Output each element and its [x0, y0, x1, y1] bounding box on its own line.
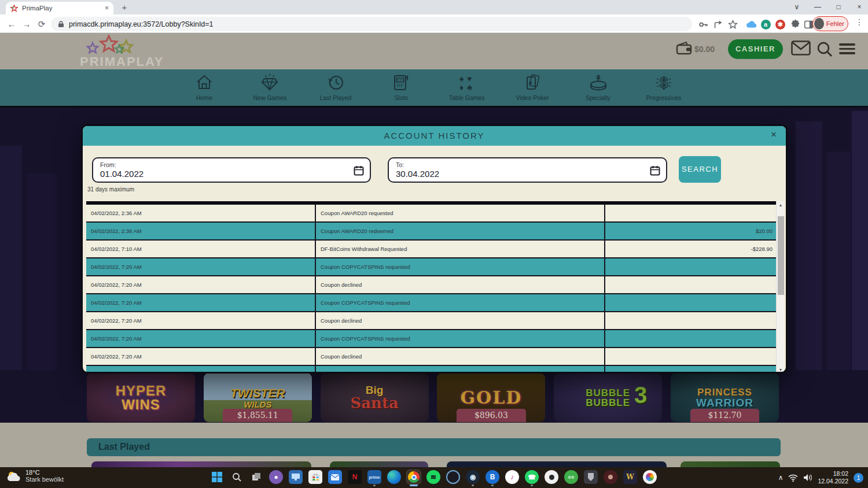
amazon-extension-icon[interactable]: a	[759, 17, 773, 31]
camera-ring-app-icon[interactable]	[545, 470, 558, 484]
wow-icon[interactable]: W	[623, 470, 637, 484]
music-app-icon[interactable]: ♪	[505, 470, 519, 484]
taskbar-search-icon[interactable]	[230, 470, 244, 484]
monitor-app-icon[interactable]	[289, 470, 303, 484]
date-to-field[interactable]: To: 30.04.2022	[388, 157, 667, 183]
password-key-icon[interactable]	[696, 17, 710, 31]
building-silhouette	[0, 146, 22, 370]
bookmark-star-icon[interactable]	[726, 17, 740, 31]
table-scrollbar[interactable]: ▲ ▼	[776, 201, 784, 372]
share-icon[interactable]	[711, 17, 725, 31]
window-dropdown-icon[interactable]: ∨	[788, 1, 806, 13]
table-row: 04/02/2022, 7:20 AMCoupon COPYCATSPINS r…	[86, 294, 778, 312]
speaker-icon[interactable]	[803, 474, 812, 482]
game-tile-gold[interactable]: GOLD $896.03	[437, 373, 545, 422]
nav-item-home[interactable]: Home	[176, 73, 232, 101]
url-bar[interactable]: primacdk.primaplay.eu:3572/Lobby?SkinId=…	[51, 17, 692, 31]
back-icon[interactable]: ←	[5, 17, 19, 31]
last-played-section-header: Last Played	[87, 438, 781, 456]
tile-title: WARRIOR	[696, 397, 753, 408]
weather-cloud-icon	[6, 469, 21, 482]
nav-label: New Games	[253, 94, 287, 101]
search-button[interactable]: SEARCH	[679, 156, 721, 183]
cashier-button[interactable]: CASHIER	[728, 39, 783, 59]
window-minimize-button[interactable]: —	[809, 1, 826, 13]
game-tile-partial[interactable]	[330, 461, 428, 467]
battle-net-icon[interactable]: B	[486, 470, 499, 484]
browser-tab[interactable]: PrimaPlay ×	[6, 2, 113, 14]
netflix-icon[interactable]: N	[348, 470, 362, 484]
adblock-extension-icon[interactable]: ✱	[773, 17, 787, 31]
game-tile-bubble-bubble-3[interactable]: BUBBLE BUBBLE 3	[554, 373, 662, 422]
mail-app-icon[interactable]	[328, 470, 342, 484]
puzzle-extensions-icon[interactable]	[788, 17, 802, 31]
nav-item-progressives[interactable]: $ Progressives	[636, 73, 692, 101]
whatsapp-icon[interactable]: ☎	[525, 470, 539, 484]
game-tile-partial[interactable]	[91, 461, 311, 467]
browser-menu-icon[interactable]: ⋮	[855, 17, 863, 27]
tile-title: HYPER	[116, 384, 167, 398]
nav-item-specialty[interactable]: Specialty	[571, 73, 626, 101]
nav-item-new-games[interactable]: New Games	[242, 73, 297, 101]
modal-close-icon[interactable]: ×	[771, 129, 777, 141]
game-tile-twister-wilds[interactable]: TWISTER WILDS $1,855.11	[204, 373, 312, 422]
menu-hamburger-icon[interactable]	[839, 41, 855, 57]
prime-video-icon[interactable]: prime	[367, 470, 381, 484]
url-text: primacdk.primaplay.eu:3572/Lobby?SkinId=…	[69, 20, 214, 28]
game-tile-big-santa[interactable]: Big Santa	[321, 373, 429, 422]
max-days-note: 31 days maximum	[87, 186, 134, 193]
scrollbar-thumb[interactable]	[778, 216, 784, 295]
spotify-icon[interactable]: ≋	[426, 470, 440, 484]
mail-icon[interactable]	[791, 40, 811, 58]
date-from-field[interactable]: From: 01.04.2022	[92, 157, 371, 183]
game-tile-partial[interactable]	[447, 461, 667, 467]
scroll-up-icon[interactable]: ▲	[777, 201, 785, 209]
tab-close-icon[interactable]: ×	[105, 4, 109, 12]
paint-app-icon[interactable]	[643, 470, 657, 484]
game-tile-princess-warrior[interactable]: PRINCESS WARRIOR $112.70	[671, 373, 779, 422]
forward-icon[interactable]: →	[20, 17, 34, 31]
broadcast-app-icon[interactable]: ((•))	[564, 470, 578, 484]
nav-item-slots[interactable]: 7,7,7 Slots	[373, 73, 429, 101]
svg-text:♥: ♥	[529, 80, 532, 86]
edge-icon[interactable]	[387, 470, 401, 484]
window-close-button[interactable]: ×	[851, 1, 868, 13]
browser-profile-chip[interactable]: Fehler	[812, 16, 848, 31]
clock-date: 12.04.2022	[818, 478, 848, 485]
calendar-icon[interactable]	[650, 165, 660, 178]
epic-games-icon[interactable]	[584, 470, 598, 484]
notification-badge[interactable]: 1	[854, 473, 863, 483]
scroll-down-icon[interactable]: ▼	[777, 366, 785, 372]
nav-item-video-poker[interactable]: ♥ Video Poker	[505, 73, 560, 101]
nav-item-last-played[interactable]: Last Played	[308, 73, 363, 101]
nav-label: Table Games	[449, 94, 485, 101]
building-silhouette	[27, 173, 57, 370]
wallet-icon[interactable]	[676, 40, 693, 58]
weather-widget[interactable]: 18°C Stark bewölkt	[6, 469, 64, 483]
cloud-extension-icon[interactable]	[744, 17, 758, 31]
game-tile-hyper-wins[interactable]: HYPER WINS	[87, 373, 195, 422]
taskbar-clock[interactable]: 18:02 12.04.2022	[818, 470, 848, 485]
site-logo[interactable]: PRIMAPLAY	[75, 35, 168, 68]
nav-item-table-games[interactable]: ♠♥♦♣ Table Games	[439, 73, 495, 101]
reload-icon[interactable]: ⟳	[35, 17, 49, 31]
game-tile-partial[interactable]	[681, 461, 780, 467]
chrome-icon[interactable]	[407, 470, 421, 484]
slot-machine-icon: 7,7,7	[391, 73, 411, 93]
steam-icon[interactable]: ◉	[466, 470, 480, 484]
tile-title: Santa	[350, 395, 398, 411]
calendar-icon[interactable]	[354, 165, 364, 178]
window-maximize-button[interactable]: □	[830, 1, 847, 13]
media-player-icon[interactable]	[446, 470, 460, 484]
new-tab-button[interactable]: +	[119, 2, 130, 13]
wifi-icon[interactable]	[788, 474, 798, 482]
store-app-icon[interactable]	[308, 470, 322, 484]
building-silhouette	[852, 111, 868, 370]
task-view-icon[interactable]	[249, 470, 263, 484]
search-icon[interactable]	[816, 40, 833, 60]
table-row: 04/02/2022, 7:20 AMCoupon COPYCATSPINS r…	[86, 366, 778, 372]
tray-chevron-icon[interactable]: ∧	[778, 474, 784, 482]
start-button-icon[interactable]	[210, 470, 224, 484]
chat-app-icon[interactable]: ●	[269, 470, 283, 484]
game-app-icon[interactable]	[604, 470, 617, 484]
